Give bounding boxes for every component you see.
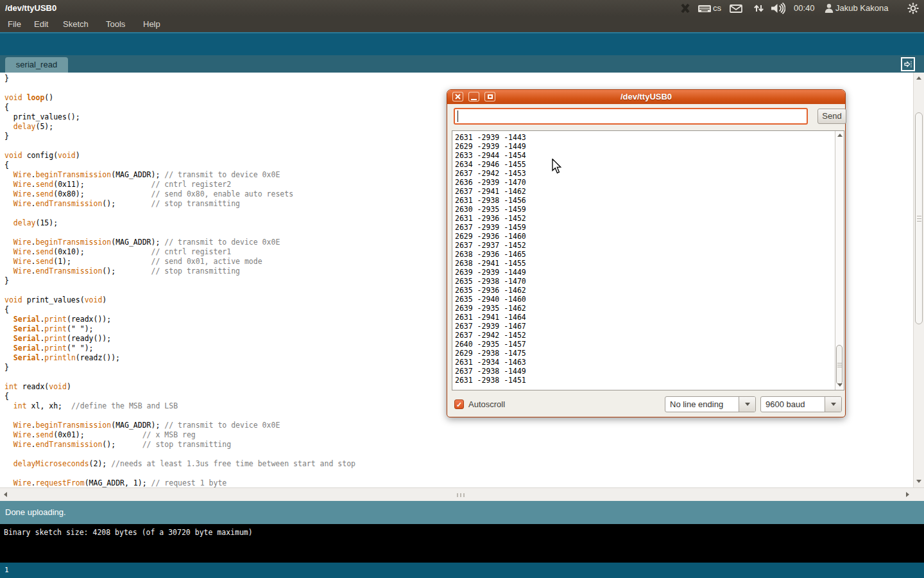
clock[interactable]: 00:40 (794, 0, 815, 16)
code-line: void loop() (4, 93, 355, 103)
serial-line: 2637 -2939 -1467 (455, 322, 526, 331)
updown-arrows-icon[interactable] (753, 0, 764, 16)
serial-line: 2637 -2939 -1459 (455, 223, 526, 232)
menu-sketch[interactable]: Sketch (63, 16, 89, 32)
code-line (4, 141, 355, 151)
baud-rate-value: 9600 baud (766, 397, 805, 412)
serial-line: 2631 -2941 -1464 (455, 313, 526, 322)
serial-output: 2631 -2939 -14432629 -2939 -14492633 -29… (455, 133, 526, 385)
footer-bar: 1 (0, 563, 924, 578)
tab-serial-read[interactable]: serial_read (5, 57, 68, 73)
code-line: } (4, 276, 355, 286)
code-line: { (4, 392, 355, 401)
screen: /dev/ttyUSB0 cs (0, 0, 924, 578)
baud-rate-dropdown[interactable]: 9600 baud (760, 396, 842, 412)
menu-help[interactable]: Help (143, 16, 160, 32)
code-line: Serial.print(" "); (4, 324, 355, 334)
menu-edit[interactable]: Edit (34, 16, 48, 32)
serial-line: 2631 -2934 -1463 (455, 358, 526, 367)
serial-scroll-thumb[interactable] (836, 345, 843, 385)
tab-menu-arrow-icon (903, 59, 913, 69)
baud-rate-dropdown-button[interactable] (825, 397, 841, 412)
serial-line: 2631 -2936 -1452 (455, 214, 526, 223)
mail-icon[interactable] (730, 0, 742, 16)
code-line: Serial.print(readx()); (4, 315, 355, 324)
chevron-down-icon (745, 403, 750, 406)
vertical-scroll-thumb[interactable] (915, 112, 923, 324)
serial-line: 2636 -2939 -1470 (455, 178, 526, 187)
serial-scroll-down-arrow[interactable] (837, 383, 843, 387)
code-line: delay(15); (4, 218, 355, 228)
tab-menu-button[interactable] (901, 57, 915, 71)
keyboard-layout-label[interactable]: cs (713, 0, 721, 16)
line-ending-value: No line ending (670, 397, 723, 412)
window-close-button[interactable] (452, 92, 463, 101)
serial-line: 2639 -2939 -1449 (455, 268, 526, 277)
status-bar: Done uploading. (0, 501, 924, 524)
serial-send-input[interactable] (454, 108, 808, 125)
username-label[interactable]: Jakub Kakona (835, 0, 888, 16)
code-line: Wire.send(0x10); // cntrl register1 (4, 247, 355, 257)
code-line: Serial.println(readz()); (4, 353, 355, 363)
session-gear-icon[interactable] (907, 0, 919, 16)
serial-scrollbar[interactable] (835, 131, 844, 390)
serial-line: 2637 -2942 -1453 (455, 169, 526, 178)
code-line: Wire.beginTransmission(MAG_ADDR); // tra… (4, 421, 355, 430)
serial-line: 2639 -2935 -1462 (455, 304, 526, 313)
serial-line: 2629 -2939 -1449 (455, 142, 526, 151)
minimize-icon (471, 99, 477, 100)
keyboard-icon[interactable] (697, 0, 712, 16)
indicator-x-icon[interactable] (680, 0, 690, 16)
line-ending-dropdown[interactable]: No line ending (665, 396, 756, 412)
line-ending-dropdown-button[interactable] (739, 397, 755, 412)
serial-scroll-up-arrow[interactable] (837, 134, 843, 137)
code-line: delay(5); (4, 122, 355, 132)
code-line: { (4, 305, 355, 315)
serial-line: 2637 -2941 -1462 (455, 187, 526, 196)
serial-line: 2637 -2938 -1449 (455, 367, 526, 376)
build-console: Binary sketch size: 4208 bytes (of a 307… (0, 524, 924, 563)
code-line: } (4, 132, 355, 141)
code-line (4, 83, 355, 93)
menu-tools[interactable]: Tools (106, 16, 125, 32)
code-line: Wire.endTransmission(); // stop transmit… (4, 267, 355, 276)
serial-line: 2629 -2936 -1460 (455, 232, 526, 241)
code-line: Wire.beginTransmission(MAG_ADDR); // tra… (4, 238, 355, 247)
editor-vertical-scrollbar[interactable] (913, 73, 924, 487)
code-line: Wire.beginTransmission(MAG_ADDR); // tra… (4, 170, 355, 180)
autoscroll-checkbox[interactable]: ✓ (454, 399, 464, 409)
code-line: void print_values(void) (4, 295, 355, 305)
scroll-left-arrow[interactable] (4, 492, 7, 497)
code-line (4, 209, 355, 218)
serial-monitor-titlebar[interactable]: /dev/ttyUSB0 (447, 90, 845, 104)
volume-icon[interactable] (770, 0, 785, 16)
window-maximize-button[interactable] (484, 92, 495, 101)
code-line: Wire.send(0x01); // x MSB reg (4, 430, 355, 440)
code-line (4, 372, 355, 382)
close-icon (455, 94, 461, 100)
serial-output-area[interactable]: 2631 -2939 -14432629 -2939 -14492633 -29… (452, 130, 844, 390)
check-icon: ✓ (456, 401, 462, 408)
maximize-icon (488, 94, 493, 99)
serial-line: 2635 -2938 -1470 (455, 277, 526, 286)
editor-horizontal-scrollbar[interactable] (0, 487, 924, 501)
code-line (4, 469, 355, 478)
code-line: Wire.send(0x11); // cntrl register2 (4, 180, 355, 189)
scroll-right-arrow[interactable] (906, 492, 909, 497)
code-area: }void loop(){ print_values(); delay(5);}… (4, 74, 355, 488)
scroll-up-arrow[interactable] (916, 76, 921, 80)
window-minimize-button[interactable] (468, 92, 479, 101)
code-line: } (4, 363, 355, 372)
send-button[interactable]: Send (817, 109, 846, 124)
toolbar (0, 32, 924, 55)
code-line: Wire.send(1); // send 0x01, active mode (4, 257, 355, 267)
tab-bar: serial_read (0, 55, 924, 73)
text-caret (458, 110, 458, 122)
user-icon[interactable] (825, 0, 834, 16)
serial-line: 2630 -2935 -1459 (455, 205, 526, 214)
code-line: int xl, xh; //define the MSB and LSB (4, 401, 355, 411)
menu-file[interactable]: File (8, 16, 21, 32)
code-line: Wire.endTransmission(); // stop transmit… (4, 199, 355, 209)
scroll-down-arrow[interactable] (916, 480, 921, 483)
code-line: { (4, 103, 355, 112)
